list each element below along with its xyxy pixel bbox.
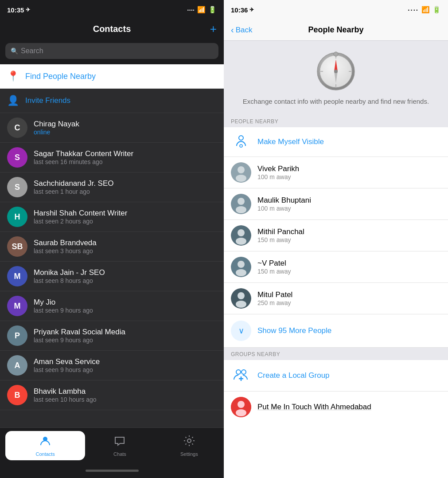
create-local-group-item[interactable]: Create a Local Group bbox=[224, 360, 448, 392]
compass-icon bbox=[316, 51, 356, 91]
location-pin-icon: 📍 bbox=[7, 71, 19, 82]
nearby-person-item[interactable]: Mitul Patel 250 m away bbox=[224, 283, 448, 314]
status-icons-right: ···· 📶 🔋 bbox=[408, 6, 441, 14]
contact-item[interactable]: A Aman Seva Service last seen 9 hours ag… bbox=[0, 351, 224, 380]
contact-status: last seen 2 hours ago bbox=[34, 218, 127, 225]
contact-item[interactable]: P Priyank Raval Social Media last seen 9… bbox=[0, 321, 224, 351]
contacts-list: 📍 Find People Nearby 👤 Invite Friends C … bbox=[0, 64, 224, 427]
avatar-letter: H bbox=[15, 212, 20, 222]
contact-info: Priyank Raval Social Media last seen 9 h… bbox=[34, 328, 125, 344]
contact-item[interactable]: S Sachchidanand Jr. SEO last seen 1 hour… bbox=[0, 172, 224, 202]
avatar: C bbox=[7, 118, 27, 138]
nearby-person-item[interactable]: Maulik Bhuptani 100 m away bbox=[224, 188, 448, 220]
contact-name: Priyank Raval Social Media bbox=[34, 328, 125, 337]
invite-icon: 👤 bbox=[7, 95, 19, 106]
show-more-people-button[interactable]: ∨ Show 95 More People bbox=[224, 314, 448, 348]
contact-info: Aman Seva Service last seen 9 hours ago bbox=[34, 357, 100, 373]
nearby-person-item[interactable]: Vivek Parikh 100 m away bbox=[224, 157, 448, 188]
contact-item[interactable]: H Harshil Shah Content Writer last seen … bbox=[0, 202, 224, 232]
contact-info: Harshil Shah Content Writer last seen 2 … bbox=[34, 209, 127, 225]
svg-point-34 bbox=[238, 401, 245, 408]
avatar bbox=[231, 257, 251, 277]
add-contact-button[interactable]: + bbox=[210, 22, 217, 36]
contact-item[interactable]: C Chirag Nayak online bbox=[0, 113, 224, 143]
nav-chats[interactable]: Chats bbox=[85, 435, 154, 457]
contact-info: Sagar Thakkar Content Writer last seen 1… bbox=[34, 149, 133, 165]
contact-item[interactable]: S Sagar Thakkar Content Writer last seen… bbox=[0, 143, 224, 172]
contact-status: last seen 9 hours ago bbox=[34, 307, 93, 314]
nearby-info: Mithil Panchal 150 m away bbox=[257, 227, 304, 243]
show-more-label: Show 95 More People bbox=[257, 326, 331, 335]
nearby-info: Maulik Bhuptani 100 m away bbox=[257, 196, 311, 212]
put-me-in-touch-item[interactable]: Put Me In Touch With Ahmedabad bbox=[224, 392, 448, 423]
svg-point-11 bbox=[334, 52, 338, 56]
home-indicator-left bbox=[0, 463, 224, 478]
location-icon-left: ✈ bbox=[26, 7, 30, 13]
contact-status: last seen 8 hours ago bbox=[34, 277, 105, 284]
dots-icon-left: ···· bbox=[187, 6, 195, 14]
nearby-name: Maulik Bhuptani bbox=[257, 196, 311, 205]
contact-status: last seen 16 minutes ago bbox=[34, 158, 133, 165]
svg-point-22 bbox=[236, 238, 246, 245]
contact-name: Harshil Shah Content Writer bbox=[34, 209, 127, 218]
svg-point-24 bbox=[238, 261, 245, 268]
compass-description: Exchange contact info with people nearby… bbox=[243, 97, 429, 106]
avatar: M bbox=[7, 266, 27, 286]
compass-section: Exchange contact info with people nearby… bbox=[224, 41, 448, 115]
find-people-nearby-item[interactable]: 📍 Find People Nearby bbox=[0, 64, 224, 89]
search-placeholder: Search bbox=[21, 47, 43, 55]
left-panel: 10:35 ✈ ···· 📶 🔋 Contacts + 🔍 Search 📍 F… bbox=[0, 0, 224, 478]
back-button[interactable]: ‹ Back bbox=[231, 25, 252, 35]
battery-icon-left: 🔋 bbox=[208, 6, 217, 14]
contact-item[interactable]: M Monika Jain - Jr SEO last seen 8 hours… bbox=[0, 262, 224, 291]
contact-info: My Jio last seen 9 hours ago bbox=[34, 298, 93, 314]
avatar: S bbox=[7, 177, 27, 197]
svg-point-35 bbox=[236, 409, 246, 416]
status-bar-left: 10:35 ✈ ···· 📶 🔋 bbox=[0, 0, 224, 20]
contact-item[interactable]: SB Saurab Brandveda last seen 3 hours ag… bbox=[0, 232, 224, 262]
nav-contacts-label: Contacts bbox=[35, 451, 55, 457]
nav-contacts[interactable]: Contacts bbox=[5, 431, 85, 460]
contacts-nav-icon bbox=[39, 435, 51, 450]
search-input[interactable]: 🔍 Search bbox=[5, 43, 218, 59]
nav-settings-label: Settings bbox=[180, 451, 198, 457]
avatar-letter: C bbox=[15, 123, 20, 133]
avatar bbox=[231, 288, 251, 309]
avatar-letter: B bbox=[15, 391, 20, 400]
avatar: A bbox=[7, 355, 27, 376]
nearby-info: ~V Patel 150 m away bbox=[257, 259, 291, 275]
svg-point-29 bbox=[236, 370, 241, 374]
invite-friends-item[interactable]: 👤 Invite Friends bbox=[0, 89, 224, 113]
contact-status: last seen 10 hours ago bbox=[34, 396, 97, 403]
time-left: 10:35 bbox=[7, 6, 24, 14]
svg-point-27 bbox=[238, 292, 245, 299]
nearby-distance: 150 m away bbox=[257, 268, 291, 275]
nearby-person-item[interactable]: ~V Patel 150 m away bbox=[224, 251, 448, 283]
svg-point-19 bbox=[236, 206, 246, 213]
search-icon: 🔍 bbox=[11, 47, 18, 55]
nearby-person-item[interactable]: Mithil Panchal 150 m away bbox=[224, 220, 448, 251]
contact-name: Saurab Brandveda bbox=[34, 239, 97, 247]
avatar: M bbox=[7, 296, 27, 316]
contact-info: Saurab Brandveda last seen 3 hours ago bbox=[34, 239, 97, 255]
right-panel: 10:36 ✈ ···· 📶 🔋 ‹ Back People Nearby bbox=[224, 0, 448, 478]
chats-nav-icon bbox=[113, 435, 126, 450]
contact-info: Sachchidanand Jr. SEO last seen 1 hour a… bbox=[34, 179, 114, 195]
contact-item[interactable]: B Bhavik Lambha last seen 10 hours ago bbox=[0, 380, 224, 410]
contact-name: Aman Seva Service bbox=[34, 357, 100, 366]
avatar: B bbox=[7, 385, 27, 405]
avatar-letter: M bbox=[14, 302, 21, 311]
svg-point-13 bbox=[240, 145, 242, 147]
back-chevron-icon: ‹ bbox=[231, 25, 234, 35]
contact-info: Chirag Nayak online bbox=[34, 120, 79, 136]
contact-item[interactable]: M My Jio last seen 9 hours ago bbox=[0, 291, 224, 321]
avatar bbox=[231, 397, 251, 417]
nav-chats-label: Chats bbox=[113, 451, 126, 457]
make-myself-visible-item[interactable]: Make Myself Visible bbox=[224, 127, 448, 157]
create-local-group-label: Create a Local Group bbox=[257, 371, 330, 380]
contact-name: Chirag Nayak bbox=[34, 120, 79, 129]
contact-name: Bhavik Lambha bbox=[34, 387, 97, 396]
contact-status: last seen 3 hours ago bbox=[34, 247, 97, 255]
nav-settings[interactable]: Settings bbox=[155, 435, 224, 457]
avatar: S bbox=[7, 147, 27, 168]
